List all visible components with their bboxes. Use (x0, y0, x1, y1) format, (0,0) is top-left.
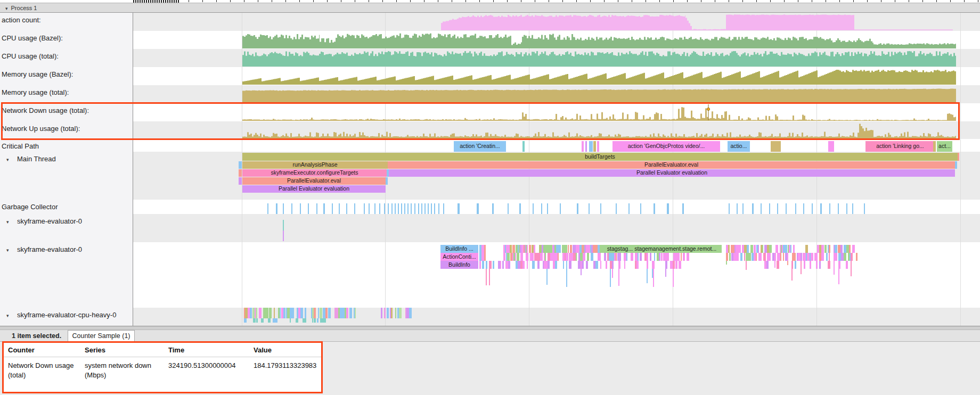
trace-slice[interactable] (780, 253, 781, 261)
trace-slice[interactable] (560, 245, 561, 253)
trace-slice[interactable] (821, 245, 824, 253)
trace-slice[interactable] (283, 308, 285, 318)
gc-slice[interactable] (458, 203, 460, 214)
gc-slice[interactable] (404, 203, 405, 214)
trace-span[interactable]: ActionConti... (440, 253, 478, 261)
trace-slice[interactable] (527, 245, 528, 253)
trace-span[interactable]: skyframeExecutor.configureTargets (242, 169, 387, 177)
gc-slice[interactable] (308, 203, 309, 214)
trace-slice[interactable] (259, 308, 262, 318)
trace-slice[interactable] (296, 318, 298, 323)
trace-slice[interactable] (493, 261, 494, 269)
trace-slice[interactable] (244, 318, 247, 323)
trace-slice[interactable] (324, 318, 326, 323)
gc-slice[interactable] (443, 203, 444, 214)
trace-slice[interactable] (548, 261, 550, 269)
trace-slice[interactable] (582, 261, 584, 269)
trace-span[interactable]: BuildInfo (440, 261, 478, 269)
trace-span[interactable]: runAnalysisPhase (242, 161, 388, 169)
trace-slice[interactable] (526, 253, 528, 261)
gc-slice[interactable] (852, 203, 853, 214)
trace-slice[interactable] (502, 261, 504, 269)
gc-slice[interactable] (533, 203, 534, 214)
trace-slice[interactable] (548, 245, 550, 253)
trace-slice[interactable] (738, 245, 741, 253)
trace-slice[interactable] (804, 261, 805, 269)
trace-slice[interactable] (805, 245, 808, 253)
trace-span[interactable]: actio... (728, 141, 750, 152)
trace-slice[interactable] (769, 253, 771, 261)
track-label-11[interactable]: ▾skyframe-evaluator-0 (0, 242, 133, 308)
collapse-triangle-icon[interactable]: ▾ (2, 157, 17, 162)
gc-slice[interactable] (369, 203, 370, 214)
trace-span[interactable] (585, 141, 587, 152)
trace-slice[interactable] (636, 261, 639, 269)
trace-slice[interactable] (518, 245, 519, 253)
trace-slice[interactable] (566, 253, 568, 261)
trace-slice[interactable] (599, 253, 601, 261)
trace-slice[interactable] (795, 253, 796, 261)
trace-slice[interactable] (668, 253, 669, 261)
trace-slice[interactable] (760, 253, 762, 261)
trace-span[interactable] (593, 141, 596, 152)
trace-slice[interactable] (747, 245, 749, 253)
trace-slice[interactable] (479, 261, 481, 269)
trace-slice[interactable] (545, 253, 546, 261)
trace-slice[interactable] (624, 261, 625, 269)
trace-slice[interactable] (653, 261, 655, 269)
trace-slice[interactable] (829, 253, 830, 261)
gc-slice[interactable] (742, 203, 744, 214)
trace-slice[interactable] (565, 245, 567, 253)
gc-slice[interactable] (411, 203, 412, 214)
tab-counter-sample[interactable]: Counter Sample (1) (68, 330, 135, 342)
trace-slice[interactable] (687, 253, 689, 261)
trace-slice[interactable] (304, 318, 306, 323)
gc-slice[interactable] (577, 203, 578, 214)
trace-span[interactable] (283, 231, 284, 241)
trace-slice[interactable] (516, 245, 517, 253)
trace-slice[interactable] (503, 253, 505, 261)
gc-slice[interactable] (864, 203, 865, 214)
gc-slice[interactable] (628, 203, 630, 214)
trace-slice[interactable] (576, 253, 577, 261)
gc-slice[interactable] (682, 203, 684, 214)
trace-slice[interactable] (616, 253, 617, 261)
gc-slice[interactable] (323, 203, 325, 214)
trace-slice[interactable] (529, 245, 531, 253)
trace-slice[interactable] (828, 261, 830, 269)
trace-slice[interactable] (748, 253, 751, 261)
trace-slice[interactable] (816, 261, 818, 269)
gc-slice[interactable] (519, 203, 521, 214)
panel-splitter[interactable] (0, 326, 980, 330)
trace-slice[interactable] (542, 245, 543, 253)
trace-slice[interactable] (665, 261, 667, 269)
trace-slice[interactable] (824, 245, 827, 253)
trace-slice[interactable] (681, 253, 682, 261)
trace-slice[interactable] (522, 253, 523, 261)
gc-slice[interactable] (418, 203, 419, 214)
trace-slice[interactable] (612, 261, 614, 269)
trace-slice[interactable] (640, 253, 642, 261)
trace-slice[interactable] (740, 253, 742, 261)
gc-slice[interactable] (379, 203, 380, 214)
trace-slice[interactable] (631, 253, 633, 261)
trace-slice[interactable] (312, 318, 313, 323)
gc-slice[interactable] (541, 203, 542, 214)
trace-slice[interactable] (291, 308, 294, 318)
gc-slice[interactable] (424, 203, 426, 214)
trace-slice[interactable] (595, 261, 598, 269)
trace-slice[interactable] (726, 253, 728, 261)
gc-slice[interactable] (640, 203, 641, 214)
trace-slice[interactable] (563, 261, 564, 269)
process-header[interactable]: ▾Process 1 (0, 3, 980, 13)
trace-slice[interactable] (510, 245, 512, 253)
trace-slice[interactable] (256, 318, 258, 323)
trace-span[interactable]: act... (937, 141, 952, 152)
trace-slice[interactable] (600, 261, 601, 269)
trace-slice[interactable] (619, 253, 621, 261)
collapse-triangle-icon[interactable]: ▾ (2, 313, 17, 318)
trace-slice[interactable] (525, 245, 526, 253)
trace-span[interactable] (597, 141, 599, 152)
trace-slice[interactable] (851, 253, 853, 261)
trace-slice[interactable] (537, 261, 540, 269)
